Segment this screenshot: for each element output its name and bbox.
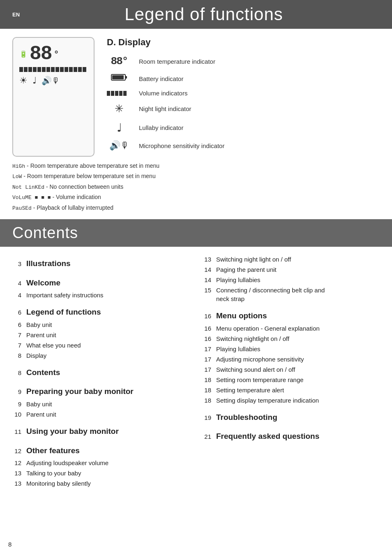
room-temp-icon: 88° [107,55,131,67]
page-title: Legend of functions [28,5,380,24]
page-header: EN Legend of functions [0,0,392,29]
toc-contents: 8 Contents [12,364,190,379]
nightlight-icon-device: ☀ [19,75,28,86]
toc-troubleshooting: 19 Troubleshooting [202,409,380,424]
toc-preparing-baby: 9 Baby unit [12,400,190,408]
lullaby-icon-device: ♩ [32,75,37,86]
svg-rect-1 [125,76,127,79]
lullaby-label: Lullaby indicator [139,124,183,131]
toc-faq: 21 Frequently asked questions [202,428,380,443]
legend-item-battery: Battery indicator [107,73,380,84]
volume-bars-device [19,67,88,72]
toc-parent-unit: 7 Parent unit [12,331,190,339]
toc-safety: 4 Important safety instructions [12,291,190,299]
legend-item-mic: 🔊🎙 Microphone sensitivity indicator [107,140,380,151]
battery-icon-device: 🔋 [19,50,28,58]
toc-nightlight: 13 Switching night light on / off [202,255,380,264]
toc-menu-operation: 16 Menu operation - General explanation [202,324,380,333]
toc-switching-nightlight: 16 Switching nightlight on / off [202,334,380,343]
contents-body: 3 Illustrations 4 Welcome 4 Important sa… [0,247,392,498]
status-high: HiGh - Room temperature above temperatur… [12,161,380,171]
display-section-title: D. Display [107,37,380,48]
toc-display-temp: 18 Setting display temperature indicatio… [202,396,380,405]
page-number: 8 [8,541,12,548]
toc-illustrations: 3 Illustrations [12,255,190,270]
volume-label: Volume indicators [139,90,187,97]
toc-belt-clip: 15 Connecting / disconnecting belt clip … [202,286,380,303]
toc-playing-lullabies-menu: 17 Playing lullabies [202,345,380,353]
status-low: LoW - Room temperature below temperature… [12,171,380,181]
status-volume: VoLuME ■ ■ ■ - Volume indication [12,192,380,202]
mic-icon: 🔊🎙 [107,140,131,151]
mic-label: Microphone sensitivity indicator [139,142,224,149]
toc-talking: 13 Talking to your baby [12,469,190,477]
contents-title: Contents [12,224,78,241]
toc-display: 8 Display [12,351,190,360]
legend-items: D. Display 88° Room temperature indicato… [107,37,380,157]
svg-rect-2 [112,75,124,79]
device-mockup: 🔋 88° ☀ ♩ 🔊🎙 [12,37,95,157]
status-messages: HiGh - Room temperature above temperatur… [0,161,392,219]
toc-using: 11 Using your baby monitor [12,423,190,438]
status-paused: PauSEd - Playback of lullaby interrupted [12,203,380,213]
icons-row-device: ☀ ♩ 🔊🎙 [19,75,60,86]
volume-icon [107,91,131,96]
toc-menu-options: 16 Menu options [202,307,380,322]
contents-header: Contents [0,219,392,247]
room-temp-label: Room temperature indicator [139,58,215,65]
degree-device: ° [54,50,59,60]
contents-left-column: 3 Illustrations 4 Welcome 4 Important sa… [12,255,202,489]
toc-sound-alert: 17 Switching sound alert on / off [202,365,380,374]
contents-right-column: 13 Switching night light on / off 14 Pag… [202,255,380,489]
temp-display-device: 88 [30,44,52,64]
toc-preparing-parent: 10 Parent unit [12,410,190,419]
legend-item-nightlight: ✳ Night light indicator [107,102,380,115]
mic-sensitivity-icon-device: 🔊🎙 [42,76,60,86]
toc-temp-alert: 18 Setting temperature alert [202,386,380,394]
battery-label: Battery indicator [139,75,183,82]
device-top-row: 🔋 88° [19,44,59,64]
toc-playing-lullabies: 14 Playing lullabies [202,276,380,284]
legend-item-volume: Volume indicators [107,90,380,97]
nightlight-label: Night light indicator [139,105,191,112]
toc-baby-unit: 6 Baby unit [12,320,190,329]
battery-icon [107,73,131,84]
toc-paging: 14 Paging the parent unit [202,265,380,274]
lullaby-icon: ♩ [107,121,131,134]
toc-mic-sensitivity: 17 Adjusting microphone sensitivity [202,355,380,364]
toc-legend: 6 Legend of functions [12,303,190,319]
status-notlinked: Not LinKEd - No connection between units [12,182,380,192]
toc-monitoring: 13 Monitoring baby silently [12,479,190,488]
toc-what-else: 7 What else you need [12,341,190,350]
toc-welcome: 4 Welcome [12,274,190,290]
nightlight-icon: ✳ [107,102,131,115]
toc-room-temp-range: 18 Setting room temperature range [202,375,380,384]
legend-item-lullaby: ♩ Lullaby indicator [107,121,380,134]
language-label: EN [12,12,20,18]
legend-item-room-temp: 88° Room temperature indicator [107,55,380,67]
toc-preparing: 9 Preparing your baby monitor [12,383,190,398]
toc-loudspeaker: 12 Adjusting loudspeaker volume [12,459,190,467]
toc-other-features: 12 Other features [12,442,190,457]
legend-section: 🔋 88° ☀ ♩ 🔊🎙 D. Dis [0,29,392,161]
